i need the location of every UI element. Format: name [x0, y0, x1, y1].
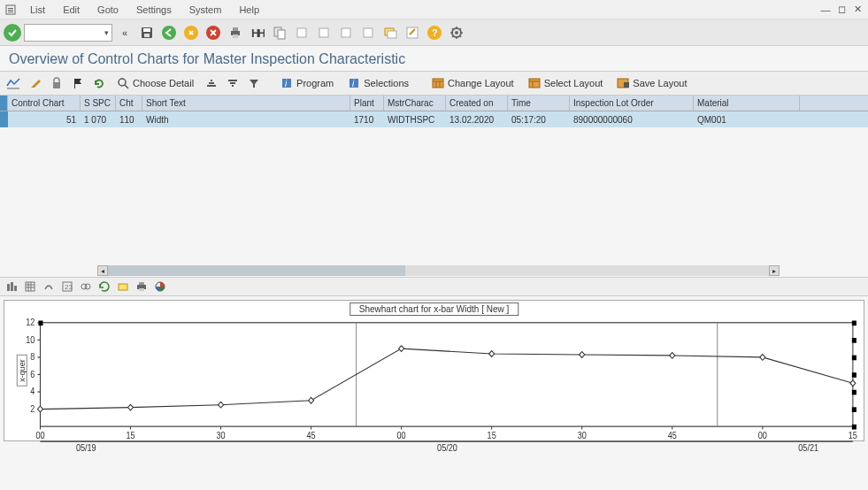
col-mstrcharac[interactable]: MstrCharac [384, 96, 446, 111]
customize-button[interactable] [447, 23, 466, 42]
chart-tool-2[interactable] [22, 279, 38, 295]
scrollbar-track[interactable] [108, 265, 769, 276]
svg-text:15: 15 [488, 430, 496, 440]
chart-tool-3[interactable] [41, 279, 57, 295]
svg-rect-6 [144, 34, 150, 37]
scroll-left-icon[interactable]: ◂ [97, 265, 108, 276]
col-inspection-lot-order[interactable]: Inspection Lot Order [570, 96, 694, 111]
prev-page-button[interactable] [314, 23, 334, 42]
program-button[interactable]: i Program [275, 73, 339, 93]
find-button[interactable]: HH [248, 23, 267, 42]
svg-text:05/21: 05/21 [798, 443, 818, 454]
back-button[interactable] [159, 23, 179, 42]
svg-point-46 [85, 284, 90, 289]
help-button[interactable]: ? [425, 23, 444, 42]
col-short-text[interactable]: Short Text [142, 96, 350, 111]
svg-rect-17 [297, 28, 306, 37]
selections-button[interactable]: i Selections [342, 73, 414, 93]
info-icon: i [348, 77, 360, 89]
chart-tool-7[interactable] [115, 279, 131, 295]
chart-tool-print[interactable] [134, 279, 150, 295]
new-session-button[interactable] [380, 23, 400, 42]
menu-list[interactable]: List [21, 3, 54, 17]
svg-text:12: 12 [26, 318, 35, 328]
col-control-chart[interactable]: Control Chart [8, 96, 81, 111]
cell-control-chart: 51 [8, 111, 81, 127]
svg-rect-19 [342, 28, 350, 37]
svg-rect-96 [852, 407, 856, 412]
first-page-button[interactable] [292, 23, 311, 42]
svg-text:23: 23 [65, 283, 73, 291]
menu-settings[interactable]: Settings [127, 3, 181, 17]
enter-button[interactable] [4, 24, 21, 42]
filter-icon[interactable] [245, 73, 263, 93]
chart-toolbar: 23 [0, 277, 868, 296]
sort-desc-icon[interactable] [224, 73, 242, 93]
svg-rect-28 [53, 82, 60, 88]
chart-tool-1[interactable] [4, 279, 19, 295]
svg-text:30: 30 [216, 430, 225, 440]
menu-goto[interactable]: Goto [88, 3, 127, 17]
refresh-icon[interactable] [90, 73, 108, 93]
col-plant[interactable]: Plant [350, 96, 384, 111]
horizontal-scrollbar[interactable]: ◂ ▸ [0, 264, 868, 277]
info-icon: i [280, 77, 293, 89]
command-field[interactable]: ▾ [24, 24, 112, 42]
chevron-down-icon: ▾ [104, 28, 109, 37]
scroll-right-icon[interactable]: ▸ [769, 265, 780, 276]
cell-created-on: 13.02.2020 [446, 111, 508, 127]
menu-bar: List Edit Goto Settings System Help — ◻ … [0, 0, 868, 19]
exit-button[interactable] [181, 23, 201, 42]
col-created-on[interactable]: Created on [446, 96, 508, 111]
menu-help[interactable]: Help [230, 3, 268, 17]
app-menu-icon[interactable] [4, 3, 18, 17]
cancel-button[interactable] [204, 23, 223, 42]
save-layout-icon [617, 77, 629, 89]
svg-rect-39 [7, 284, 10, 291]
last-page-button[interactable] [358, 23, 378, 42]
menu-edit[interactable]: Edit [54, 3, 88, 17]
chart-icon[interactable] [4, 73, 23, 93]
svg-rect-22 [388, 31, 396, 38]
svg-rect-41 [14, 286, 17, 291]
minimize-button[interactable]: — [818, 3, 833, 17]
svg-point-27 [455, 31, 458, 34]
svg-rect-12 [233, 34, 238, 38]
choose-detail-label: Choose Detail [133, 78, 194, 88]
maximize-button[interactable]: ◻ [834, 3, 849, 17]
col-material[interactable]: Material [694, 96, 800, 111]
close-button[interactable]: ✕ [850, 3, 864, 17]
find-next-button[interactable] [270, 23, 289, 42]
chart-tool-color[interactable] [152, 279, 168, 295]
scrollbar-thumb[interactable] [108, 265, 405, 276]
save-button[interactable] [137, 23, 157, 42]
svg-rect-1 [8, 8, 13, 9]
col-cht[interactable]: Cht [116, 96, 142, 111]
collapse-button[interactable]: « [115, 23, 134, 42]
row-indicator-header [0, 96, 8, 111]
chart-tool-6[interactable] [96, 279, 112, 295]
change-layout-button[interactable]: Change Layout [426, 73, 519, 93]
print-button[interactable] [226, 23, 245, 42]
col-time[interactable]: Time [508, 96, 570, 111]
svg-rect-11 [233, 27, 238, 31]
layout-icon [528, 77, 541, 89]
edit-icon[interactable] [27, 73, 44, 93]
table-row[interactable]: 51 1 070 110 Width 1710 WIDTHSPC 13.02.2… [0, 111, 868, 127]
save-layout-button[interactable]: Save Layout [611, 73, 692, 93]
menu-system[interactable]: System [181, 3, 231, 17]
lock-icon[interactable] [48, 73, 65, 93]
svg-rect-5 [143, 28, 150, 32]
cell-sspc: 1 070 [81, 111, 116, 127]
next-page-button[interactable] [336, 23, 356, 42]
chart-tool-5[interactable] [78, 279, 94, 295]
flag-icon[interactable] [69, 73, 87, 93]
shortcut-button[interactable] [403, 23, 422, 42]
col-sspc[interactable]: S SPC [81, 96, 116, 111]
chart-tool-4[interactable]: 23 [59, 279, 75, 295]
sort-asc-icon[interactable] [203, 73, 220, 93]
select-layout-button[interactable]: Select Layout [523, 73, 609, 93]
choose-detail-button[interactable]: Choose Detail [111, 73, 199, 93]
chart-title: Shewhart chart for x-bar Width [ New ] [350, 302, 519, 316]
svg-text:05/20: 05/20 [437, 443, 457, 454]
